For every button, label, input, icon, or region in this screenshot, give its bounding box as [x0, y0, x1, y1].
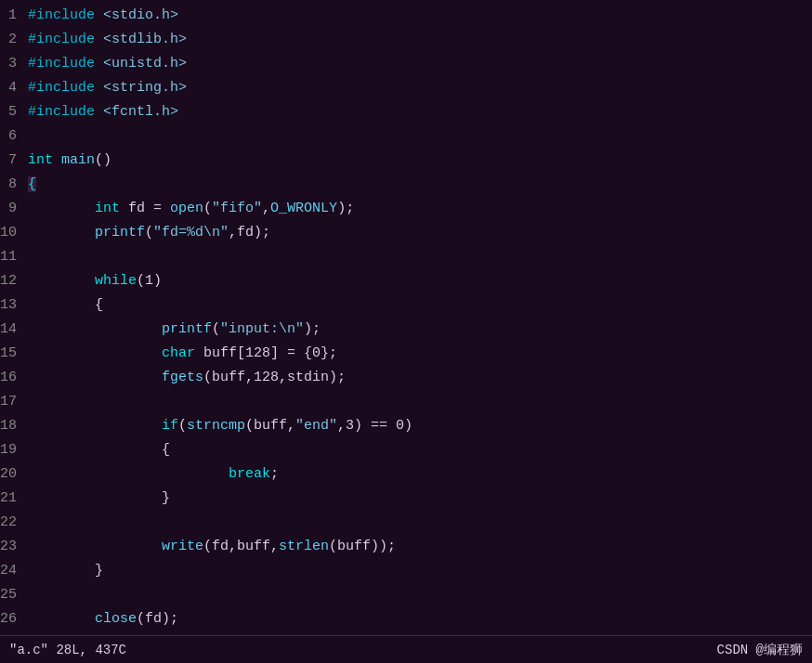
- token: [28, 539, 162, 554]
- token: #include: [28, 32, 95, 47]
- code-line: 18 if(strncmp(buff,"end",3) == 0): [0, 414, 812, 438]
- line-content: {: [28, 173, 36, 197]
- code-line: 22: [0, 511, 812, 535]
- line-content: }: [28, 487, 170, 511]
- line-content: #include <unistd.h>: [28, 52, 187, 76]
- line-content: char buff[128] = {0};: [28, 342, 337, 366]
- line-number: 22: [0, 511, 28, 535]
- token: [53, 152, 61, 168]
- code-line: 4#include <string.h>: [0, 76, 812, 100]
- token: );: [337, 201, 354, 216]
- line-number: 18: [0, 414, 28, 438]
- line-number: 21: [0, 487, 28, 511]
- token: (buff));: [329, 539, 396, 554]
- code-line: 13 {: [0, 293, 812, 318]
- line-content: if(strncmp(buff,"end",3) == 0): [28, 414, 413, 438]
- line-content: break;: [28, 462, 279, 487]
- token: main: [61, 152, 95, 168]
- token: [95, 104, 103, 120]
- line-content: int main(): [28, 149, 111, 173]
- brand-label: CSDN @编程狮: [717, 642, 803, 658]
- line-content: printf("fd=%d\n",fd);: [28, 221, 270, 245]
- token: printf: [95, 225, 145, 240]
- token: ,: [262, 201, 270, 216]
- token: [28, 225, 95, 240]
- code-line: 5#include <fcntl.h>: [0, 100, 812, 124]
- code-line: 6: [0, 124, 812, 149]
- line-content: int fd = open("fifo",O_WRONLY);: [28, 197, 354, 221]
- line-content: printf("input:\n");: [28, 318, 321, 342]
- token: O_WRONLY: [270, 201, 337, 216]
- line-number: 13: [0, 293, 28, 318]
- token: fd =: [120, 201, 170, 216]
- line-content: {: [28, 438, 170, 462]
- line-content: [28, 583, 36, 607]
- line-number: 2: [0, 28, 28, 52]
- token: #include: [28, 56, 95, 72]
- token: ,fd);: [229, 225, 270, 240]
- line-content: #include <string.h>: [28, 76, 187, 100]
- token: int: [28, 152, 53, 168]
- token: [28, 370, 162, 385]
- token: while: [95, 273, 137, 289]
- line-content: [28, 390, 36, 414]
- line-number: 6: [0, 124, 28, 149]
- token: char: [162, 345, 195, 361]
- code-line: 2#include <stdlib.h>: [0, 28, 812, 52]
- code-line: 26 close(fd);: [0, 607, 812, 631]
- line-content: while(1): [28, 269, 162, 293]
- token: break: [229, 466, 270, 482]
- line-number: 17: [0, 390, 28, 414]
- token: "input:\n": [220, 321, 304, 337]
- token: <stdlib.h>: [103, 32, 187, 47]
- token: (fd);: [137, 611, 178, 627]
- line-number: 12: [0, 269, 28, 293]
- line-content: #include <stdio.h>: [28, 4, 178, 28]
- token: #include: [28, 80, 95, 96]
- token: ,3) == 0): [337, 418, 413, 434]
- code-line: 17: [0, 390, 812, 414]
- code-line: 12 while(1): [0, 269, 812, 293]
- token: <fcntl.h>: [103, 104, 178, 120]
- line-content: #include <stdlib.h>: [28, 28, 187, 52]
- token: <unistd.h>: [103, 56, 187, 72]
- line-content: write(fd,buff,strlen(buff));: [28, 535, 396, 559]
- line-content: }: [28, 559, 103, 583]
- line-number: 25: [0, 583, 28, 607]
- code-line: 19 {: [0, 438, 812, 462]
- line-content: #include <fcntl.h>: [28, 100, 178, 124]
- line-content: [28, 124, 36, 149]
- line-number: 26: [0, 607, 28, 631]
- token: buff[128] = {0};: [195, 345, 337, 361]
- token: [28, 611, 95, 627]
- token: {: [28, 297, 103, 313]
- code-line: 14 printf("input:\n");: [0, 318, 812, 342]
- token: (: [203, 201, 212, 216]
- token: #include: [28, 7, 95, 23]
- token: {: [28, 176, 36, 192]
- token: int: [95, 201, 120, 216]
- token: if: [162, 418, 178, 434]
- token: [28, 418, 162, 434]
- token: [28, 201, 95, 216]
- code-line: 10 printf("fd=%d\n",fd);: [0, 221, 812, 245]
- code-line: 21 }: [0, 487, 812, 511]
- token: (buff,: [245, 418, 295, 434]
- token: [95, 80, 103, 96]
- code-line: 7int main(): [0, 149, 812, 173]
- token: "fifo": [212, 201, 262, 216]
- line-number: 19: [0, 438, 28, 462]
- token: (buff,128,stdin);: [203, 370, 346, 385]
- code-line: 20 break;: [0, 462, 812, 487]
- line-number: 23: [0, 535, 28, 559]
- line-content: fgets(buff,128,stdin);: [28, 366, 346, 390]
- token: strncmp: [187, 418, 245, 434]
- line-content: close(fd);: [28, 607, 178, 631]
- token: [95, 56, 103, 72]
- line-number: 3: [0, 52, 28, 76]
- token: "fd=%d\n": [153, 225, 229, 240]
- line-content: [28, 511, 36, 535]
- line-content: {: [28, 293, 103, 318]
- code-line: 3#include <unistd.h>: [0, 52, 812, 76]
- status-bar: "a.c" 28L, 437C CSDN @编程狮: [0, 635, 812, 663]
